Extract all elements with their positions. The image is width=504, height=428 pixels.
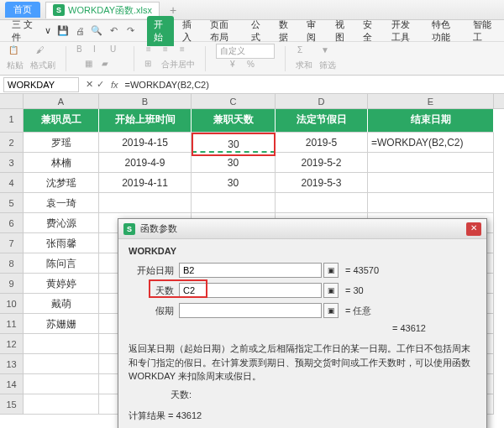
undo-icon[interactable]: ↶ [107,24,120,38]
row-head[interactable]: 9 [0,274,24,294]
header-cell[interactable]: 开始上班时间 [99,109,192,133]
dialog-close-button[interactable]: ✕ [466,222,481,236]
ribbon-tab-formula[interactable]: 公式 [244,16,270,46]
fx-icon[interactable]: fx [108,80,122,90]
cell[interactable]: 张雨馨 [24,233,99,253]
cell[interactable]: 沈梦瑶 [24,173,99,193]
cell[interactable] [24,394,99,415]
ribbon-tab-security[interactable]: 安全 [356,16,382,46]
row-head[interactable]: 6 [0,213,24,233]
cell[interactable]: 2019-4-9 [99,153,192,173]
param-input-startdate[interactable] [179,263,322,278]
cell[interactable]: 30 [192,173,276,193]
cell[interactable]: 罗瑶 [24,133,99,153]
cell[interactable]: 陈问言 [24,253,99,274]
cell[interactable] [276,193,368,213]
italic-icon[interactable]: I [93,44,107,58]
cell[interactable]: 2019-5 [276,133,368,153]
new-tab-button[interactable]: + [165,3,181,17]
col-head-b[interactable]: B [99,94,192,108]
ribbon-tab-insert[interactable]: 插入 [176,16,202,46]
cell[interactable] [24,334,99,354]
cell[interactable] [368,153,494,173]
cell[interactable]: =WORKDAY(B2,C2) [368,133,494,153]
accept-formula-icon[interactable]: ✓ [97,79,104,90]
paste-icon[interactable]: 📋 [8,45,22,59]
cell[interactable]: 30 [192,153,276,173]
row-head[interactable]: 8 [0,253,24,274]
header-cell[interactable]: 法定节假日 [276,109,368,133]
ribbon-tab-data[interactable]: 数据 [272,16,298,46]
currency-icon[interactable]: ¥ [230,60,244,73]
cell[interactable]: 2019-5-2 [276,153,368,173]
cancel-formula-icon[interactable]: ✕ [86,79,93,90]
cell[interactable]: 戴萌 [24,294,99,314]
row-head[interactable]: 13 [0,354,24,374]
cell[interactable] [24,354,99,374]
cell[interactable]: 2019-4-11 [99,173,192,193]
number-format-combo[interactable] [216,44,275,59]
col-head-c[interactable]: C [192,94,276,108]
formula-input[interactable]: =WORKDAY(B2,C2) [122,80,504,90]
painter-icon[interactable]: 🖌 [36,45,50,59]
ribbon-tab-view[interactable]: 视图 [328,16,354,46]
cell[interactable] [192,193,276,213]
align-left-icon[interactable]: ≡ [146,44,160,58]
row-head[interactable]: 7 [0,233,24,253]
row-head[interactable]: 5 [0,193,24,213]
cell[interactable]: 苏姗姗 [24,314,99,334]
ribbon-tab-special[interactable]: 特色功能 [425,16,465,46]
range-picker-icon[interactable]: ▣ [323,263,339,278]
row-head[interactable]: 3 [0,153,24,173]
menu-file-arrow[interactable]: ∨ [45,25,51,36]
cell[interactable] [24,374,99,394]
border-icon[interactable]: ▦ [85,59,98,72]
redo-icon[interactable]: ↷ [123,24,137,38]
row-head[interactable]: 14 [0,374,24,394]
ribbon-tab-ai[interactable]: 智能工 [466,16,499,46]
fill-color-icon[interactable]: ▰ [102,59,115,72]
header-cell[interactable]: 兼职员工 [24,109,99,133]
percent-icon[interactable]: % [247,60,260,73]
row-head[interactable]: 2 [0,133,24,153]
cell[interactable]: 2019-5-3 [276,173,368,193]
range-picker-icon[interactable]: ▣ [323,283,339,298]
row-head[interactable]: 1 [0,109,24,133]
cell[interactable]: 费沁源 [24,213,99,233]
cell[interactable]: 30 [192,133,276,153]
header-cell[interactable]: 兼职天数 [192,109,276,133]
cell[interactable]: 袁一琦 [24,193,99,213]
align-center-icon[interactable]: ≡ [163,44,176,58]
ribbon-tab-layout[interactable]: 页面布局 [203,16,243,46]
header-cell[interactable]: 结束日期 [368,109,494,133]
menu-file[interactable]: 三 文件 [5,17,43,45]
cell[interactable] [99,193,192,213]
underline-icon[interactable]: U [110,44,123,58]
tab-file[interactable]: S WORKDAY函数.xlsx [45,2,160,18]
row-head[interactable]: 10 [0,294,24,314]
cell[interactable]: 2019-4-15 [99,133,192,153]
name-box[interactable] [3,77,79,92]
ribbon-tab-dev[interactable]: 开发工具 [385,16,424,46]
col-head-a[interactable]: A [24,94,99,108]
cell[interactable]: 林楠 [24,153,99,173]
row-head[interactable]: 12 [0,334,24,354]
row-head[interactable]: 15 [0,394,24,415]
preview-icon[interactable]: 🔍 [90,24,103,38]
row-head[interactable]: 4 [0,173,24,193]
bold-icon[interactable]: B [76,44,90,58]
col-head-d[interactable]: D [276,94,368,108]
param-input-days[interactable] [179,283,322,298]
col-head-e[interactable]: E [368,94,494,108]
save-icon[interactable]: 💾 [56,24,70,38]
cell[interactable]: 黄婷婷 [24,274,99,294]
filter-icon[interactable]: ▼ [321,45,334,59]
ribbon-tab-start[interactable]: 开始 [147,16,173,46]
select-all-corner[interactable] [0,94,24,108]
row-head[interactable]: 11 [0,314,24,334]
align-right-icon[interactable]: ≡ [180,44,193,58]
tab-home[interactable]: 首页 [5,2,40,18]
cell[interactable] [368,173,494,193]
print-icon[interactable]: 🖨 [73,24,87,38]
ribbon-tab-review[interactable]: 审阅 [300,16,326,46]
